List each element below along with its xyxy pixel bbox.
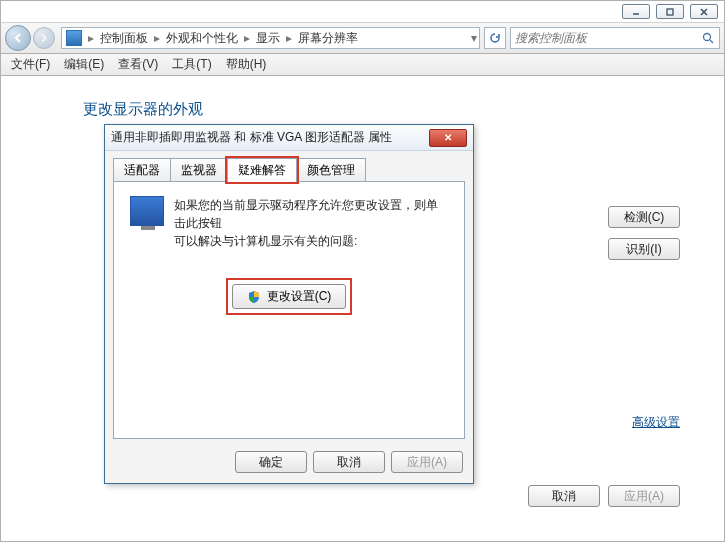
menu-view[interactable]: 查看(V) — [112, 54, 164, 75]
dialog-title-text: 通用非即插即用监视器 和 标准 VGA 图形适配器 属性 — [111, 129, 392, 146]
nav-back-button[interactable] — [5, 25, 31, 51]
main-apply-button[interactable]: 应用(A) — [608, 485, 680, 507]
menu-file[interactable]: 文件(F) — [5, 54, 56, 75]
tab-color-management[interactable]: 颜色管理 — [296, 158, 366, 182]
menu-tools[interactable]: 工具(T) — [166, 54, 217, 75]
window-titlebar — [0, 0, 725, 22]
main-cancel-button[interactable]: 取消 — [528, 485, 600, 507]
svg-rect-1 — [667, 9, 673, 15]
search-box[interactable] — [510, 27, 720, 49]
search-input[interactable] — [511, 31, 697, 45]
highlight-box: 更改设置(C) — [226, 278, 353, 315]
change-settings-button[interactable]: 更改设置(C) — [232, 284, 347, 309]
close-button[interactable] — [690, 4, 718, 19]
control-panel-icon — [66, 30, 82, 46]
dialog-ok-button[interactable]: 确定 — [235, 451, 307, 473]
svg-point-4 — [703, 33, 710, 40]
dialog-close-button[interactable]: ✕ — [429, 129, 467, 147]
refresh-button[interactable] — [484, 27, 506, 49]
menubar: 文件(F) 编辑(E) 查看(V) 工具(T) 帮助(H) — [0, 54, 725, 76]
search-icon[interactable] — [697, 32, 719, 45]
dialog-titlebar[interactable]: 通用非即插即用监视器 和 标准 VGA 图形适配器 属性 ✕ — [105, 125, 473, 151]
dialog-tabpanel: 如果您的当前显示驱动程序允许您更改设置，则单击此按钮 可以解决与计算机显示有关的… — [113, 181, 465, 439]
dialog-apply-button[interactable]: 应用(A) — [391, 451, 463, 473]
breadcrumb[interactable]: ▸ 控制面板▸ 外观和个性化▸ 显示▸ 屏幕分辨率 ▾ — [61, 27, 480, 49]
navbar: ▸ 控制面板▸ 外观和个性化▸ 显示▸ 屏幕分辨率 ▾ — [0, 22, 725, 54]
identify-button[interactable]: 识别(I) — [608, 238, 680, 260]
breadcrumb-dropdown-icon[interactable]: ▾ — [469, 31, 479, 45]
dialog-tabstrip: 适配器 监视器 疑难解答 颜色管理 — [105, 151, 473, 181]
breadcrumb-item[interactable]: 显示 — [252, 30, 284, 47]
monitor-icon — [130, 196, 164, 226]
properties-dialog: 通用非即插即用监视器 和 标准 VGA 图形适配器 属性 ✕ 适配器 监视器 疑… — [104, 124, 474, 484]
svg-line-5 — [710, 40, 713, 43]
nav-forward-button[interactable] — [33, 27, 55, 49]
detect-button[interactable]: 检测(C) — [608, 206, 680, 228]
minimize-button[interactable] — [622, 4, 650, 19]
breadcrumb-item[interactable]: 外观和个性化 — [162, 30, 242, 47]
tab-monitor[interactable]: 监视器 — [170, 158, 228, 182]
menu-edit[interactable]: 编辑(E) — [58, 54, 110, 75]
change-settings-label: 更改设置(C) — [267, 288, 332, 305]
tab-adapter[interactable]: 适配器 — [113, 158, 171, 182]
dialog-cancel-button[interactable]: 取消 — [313, 451, 385, 473]
maximize-button[interactable] — [656, 4, 684, 19]
breadcrumb-item[interactable]: 控制面板 — [96, 30, 152, 47]
menu-help[interactable]: 帮助(H) — [220, 54, 273, 75]
page-title: 更改显示器的外观 — [83, 100, 684, 119]
troubleshoot-description: 如果您的当前显示驱动程序允许您更改设置，则单击此按钮 可以解决与计算机显示有关的… — [174, 196, 448, 250]
uac-shield-icon — [247, 290, 261, 304]
breadcrumb-item[interactable]: 屏幕分辨率 — [294, 30, 362, 47]
tab-troubleshoot[interactable]: 疑难解答 — [227, 158, 297, 182]
advanced-settings-link[interactable]: 高级设置 — [632, 414, 680, 431]
